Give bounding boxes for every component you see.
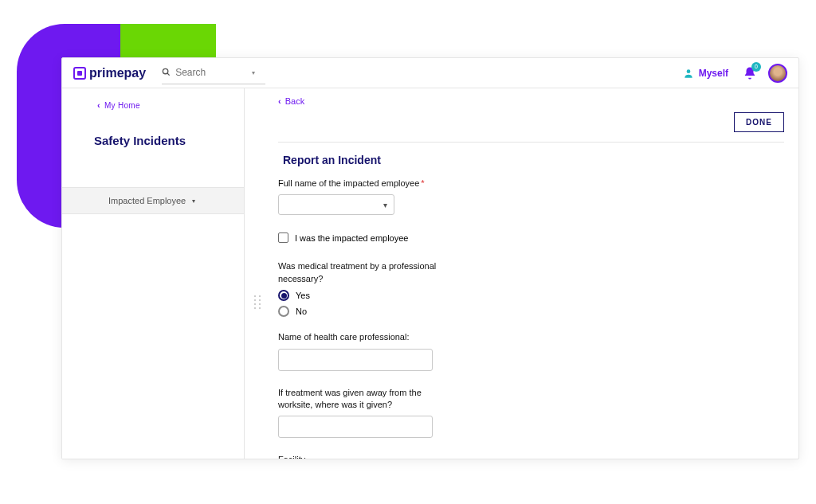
myself-link[interactable]: Myself xyxy=(683,68,728,79)
bg-green-shape xyxy=(120,24,216,57)
filter-label: Impacted Employee xyxy=(108,196,186,205)
search-box[interactable]: ▾ xyxy=(162,65,265,80)
page-title: Safety Incidents xyxy=(62,118,244,163)
done-button[interactable]: DONE xyxy=(734,112,784,132)
facility-label: Facility xyxy=(278,454,533,459)
brand-logo[interactable]: primepay xyxy=(73,66,146,80)
chevron-down-icon: ▾ xyxy=(252,69,255,76)
chevron-left-icon: ‹ xyxy=(97,100,100,110)
app-window: primepay ▾ Myself 0 ‹ My Home xyxy=(61,57,799,459)
incident-form: Full name of the impacted employee* ▾ I … xyxy=(278,178,533,459)
radio-no-label: No xyxy=(296,307,307,316)
notification-badge: 0 xyxy=(751,62,761,72)
offsite-location-input[interactable] xyxy=(278,416,433,438)
i-was-impacted-label: I was the impacted employee xyxy=(295,233,408,243)
chevron-left-icon: ‹ xyxy=(278,96,281,106)
notifications-button[interactable]: 0 xyxy=(743,66,757,80)
offsite-label: If treatment was given away from the wor… xyxy=(278,387,437,412)
impacted-employee-filter[interactable]: Impacted Employee ▾ xyxy=(62,187,244,214)
brand-name: primepay xyxy=(89,66,146,80)
radio-unchecked-icon xyxy=(278,306,289,317)
person-icon xyxy=(683,68,694,79)
svg-point-0 xyxy=(163,68,168,73)
main-panel: ‹ Back DONE Report an Incident Full name… xyxy=(245,88,798,459)
svg-line-1 xyxy=(167,72,170,75)
brand-logo-icon xyxy=(73,67,86,80)
full-name-label: Full name of the impacted employee* xyxy=(278,178,533,189)
impacted-employee-select[interactable]: ▾ xyxy=(278,194,394,215)
search-icon xyxy=(162,68,171,78)
medical-question-label: Was medical treatment by a professional … xyxy=(278,260,437,285)
main-back-link[interactable]: ‹ Back xyxy=(278,96,304,106)
hcp-name-label: Name of health care professional: xyxy=(278,331,533,343)
divider xyxy=(278,142,784,143)
myself-label: Myself xyxy=(699,68,728,79)
checkbox-icon[interactable] xyxy=(278,232,288,243)
main-back-label: Back xyxy=(285,96,304,106)
hcp-name-input[interactable] xyxy=(278,349,433,371)
form-title: Report an Incident xyxy=(283,154,784,166)
radio-no[interactable]: No xyxy=(278,306,533,317)
radio-yes-label: Yes xyxy=(296,291,310,300)
chevron-down-icon: ▾ xyxy=(192,197,195,205)
i-was-impacted-checkbox-row[interactable]: I was the impacted employee xyxy=(278,232,533,243)
radio-yes[interactable]: Yes xyxy=(278,290,533,301)
medical-radio-group: Yes No xyxy=(278,290,533,317)
search-input[interactable] xyxy=(175,67,247,78)
drag-handle-icon[interactable] xyxy=(254,295,261,309)
radio-checked-icon xyxy=(278,290,289,301)
sidebar-back-link[interactable]: ‹ My Home xyxy=(62,88,244,118)
svg-point-2 xyxy=(686,69,690,73)
chevron-down-icon: ▾ xyxy=(383,201,387,209)
body: ‹ My Home Safety Incidents Impacted Empl… xyxy=(62,88,798,459)
topbar: primepay ▾ Myself 0 xyxy=(62,58,798,88)
sidebar: ‹ My Home Safety Incidents Impacted Empl… xyxy=(62,88,245,459)
avatar[interactable] xyxy=(768,64,787,83)
sidebar-back-label: My Home xyxy=(104,101,140,110)
